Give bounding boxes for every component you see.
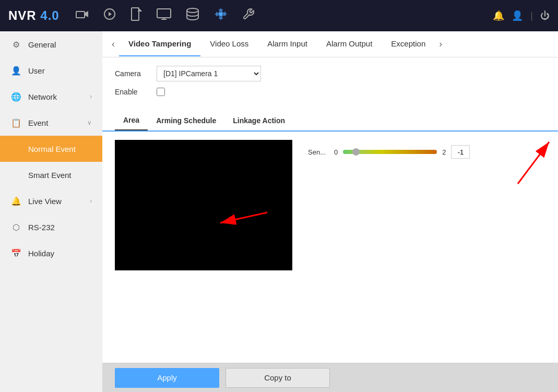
sidebar-item-event[interactable]: 📋 Event ∨ xyxy=(0,110,102,136)
tools-icon[interactable] xyxy=(242,8,255,23)
svg-marker-1 xyxy=(85,11,88,17)
tab-video-loss[interactable]: Video Loss xyxy=(200,32,258,56)
camera-icon[interactable] xyxy=(75,8,89,23)
copy-to-button[interactable]: Copy to xyxy=(225,368,330,388)
sidebar-item-network[interactable]: 🌐 Network › xyxy=(0,84,102,110)
general-icon: ⚙ xyxy=(10,39,22,50)
sensitivity-value: -1 xyxy=(451,145,470,159)
camera-row: Camera [D1] IPCamera 1 xyxy=(115,66,545,81)
svg-rect-0 xyxy=(76,11,85,18)
main-layout: ⚙ General 👤 User 🌐 Network › 📋 Event ∨ N… xyxy=(0,31,558,392)
apply-button[interactable]: Apply xyxy=(115,368,219,388)
sub-tab-area[interactable]: Area xyxy=(115,111,148,130)
sub-tab-arming-schedule[interactable]: Arming Schedule xyxy=(148,111,224,130)
header-right: 🔔 👤 | ⏻ xyxy=(493,10,550,21)
event-icon: 📋 xyxy=(10,117,22,128)
sidebar-item-general[interactable]: ⚙ General xyxy=(0,31,102,57)
header: NVR 4.0 xyxy=(0,0,558,31)
smart-event-icon xyxy=(10,169,22,181)
tab-next-button[interactable]: › xyxy=(435,39,446,50)
settings-icon[interactable] xyxy=(214,7,228,24)
tab-video-tampering[interactable]: Video Tampering xyxy=(119,32,200,56)
chevron-right-2-icon: › xyxy=(90,197,92,205)
camera-select[interactable]: [D1] IPCamera 1 xyxy=(157,66,261,81)
main-content: Sen... 0 2 -1 xyxy=(102,132,558,363)
display-icon[interactable] xyxy=(157,8,171,23)
sidebar-item-label: General xyxy=(28,40,56,49)
camera-label: Camera xyxy=(115,69,157,78)
sidebar: ⚙ General 👤 User 🌐 Network › 📋 Event ∨ N… xyxy=(0,31,102,392)
camera-preview xyxy=(115,140,292,270)
sidebar-item-user[interactable]: 👤 User xyxy=(0,57,102,84)
content-row: Sen... 0 2 -1 xyxy=(115,140,545,270)
bell-icon[interactable]: 🔔 xyxy=(493,10,504,21)
enable-row: Enable xyxy=(115,88,545,96)
rs232-icon: ⬡ xyxy=(10,221,22,233)
tab-alarm-output[interactable]: Alarm Output xyxy=(317,32,382,56)
sidebar-item-label: Event xyxy=(28,118,48,127)
tab-alarm-input[interactable]: Alarm Input xyxy=(258,32,317,56)
sensitivity-area: Sen... 0 2 -1 xyxy=(308,140,470,159)
user-sidebar-icon: 👤 xyxy=(10,65,22,76)
live-view-icon: 🔔 xyxy=(10,195,22,207)
bottom-bar: Apply Copy to xyxy=(102,363,558,392)
svg-rect-3 xyxy=(132,8,139,20)
tab-exception[interactable]: Exception xyxy=(382,32,435,56)
sensitivity-row: Sen... 0 2 -1 xyxy=(308,145,470,159)
file-icon[interactable] xyxy=(130,7,142,24)
sidebar-item-label: RS-232 xyxy=(28,223,55,232)
enable-label: Enable xyxy=(115,88,157,96)
holiday-icon: 📅 xyxy=(10,247,22,259)
power-icon[interactable]: ⏻ xyxy=(540,10,550,21)
sub-tab-linkage-action[interactable]: Linkage Action xyxy=(224,111,293,130)
sidebar-item-label: Live View xyxy=(28,197,62,206)
tab-prev-button[interactable]: ‹ xyxy=(108,39,119,50)
chevron-down-icon: ∨ xyxy=(87,119,92,126)
sidebar-item-normal-event[interactable]: Normal Event xyxy=(0,136,102,162)
sidebar-item-smart-event[interactable]: Smart Event xyxy=(0,162,102,188)
sidebar-item-label: Holiday xyxy=(28,249,54,258)
playback-icon[interactable] xyxy=(103,8,116,23)
sensitivity-min: 0 xyxy=(334,148,338,156)
sidebar-item-rs232[interactable]: ⬡ RS-232 xyxy=(0,214,102,240)
sidebar-item-label: Normal Event xyxy=(28,145,76,153)
sensitivity-slider[interactable] xyxy=(343,150,437,154)
svg-point-7 xyxy=(187,8,198,13)
storage-icon[interactable] xyxy=(186,7,199,24)
network-icon: 🌐 xyxy=(10,91,22,102)
slider-thumb[interactable] xyxy=(352,148,360,156)
sensitivity-max: 2 xyxy=(442,148,446,156)
form-area: Camera [D1] IPCamera 1 Enable xyxy=(102,57,558,111)
enable-checkbox[interactable] xyxy=(157,88,165,96)
sidebar-item-label: Network xyxy=(28,92,57,101)
tab-bar: ‹ Video Tampering Video Loss Alarm Input… xyxy=(102,31,558,57)
sensitivity-label: Sen... xyxy=(308,148,329,156)
normal-event-icon xyxy=(10,143,22,155)
svg-rect-4 xyxy=(157,9,171,18)
header-nav xyxy=(75,7,493,24)
user-icon[interactable]: 👤 xyxy=(512,10,523,21)
logo: NVR 4.0 xyxy=(8,8,60,23)
chevron-right-icon: › xyxy=(90,93,92,100)
sub-tab-bar: Area Arming Schedule Linkage Action xyxy=(102,111,558,132)
sidebar-item-holiday[interactable]: 📅 Holiday xyxy=(0,240,102,266)
sidebar-item-live-view[interactable]: 🔔 Live View › xyxy=(0,188,102,214)
svg-point-8 xyxy=(219,12,223,16)
sidebar-item-label: Smart Event xyxy=(28,171,72,180)
sidebar-item-label: User xyxy=(28,66,45,75)
content-area: ‹ Video Tampering Video Loss Alarm Input… xyxy=(102,31,558,392)
